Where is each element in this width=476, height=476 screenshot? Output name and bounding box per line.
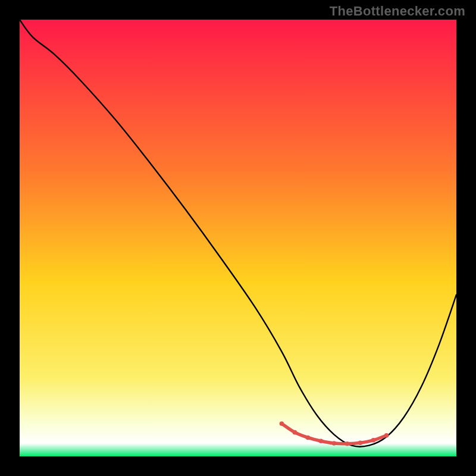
optimal-band-dot [319, 439, 324, 444]
chart-svg [20, 20, 456, 456]
chart-container: TheBottlenecker.com [0, 0, 476, 476]
watermark-label: TheBottlenecker.com [330, 4, 465, 19]
optimal-band-dot [384, 433, 389, 438]
optimal-band-dot [293, 430, 298, 435]
optimal-band-dot [345, 441, 350, 446]
optimal-band-dot [306, 436, 311, 440]
optimal-band-dot [332, 441, 337, 446]
plot-area [20, 20, 456, 456]
optimal-band-dot [371, 438, 376, 443]
optimal-band-dot [358, 440, 363, 445]
optimal-band-dot [280, 421, 284, 426]
